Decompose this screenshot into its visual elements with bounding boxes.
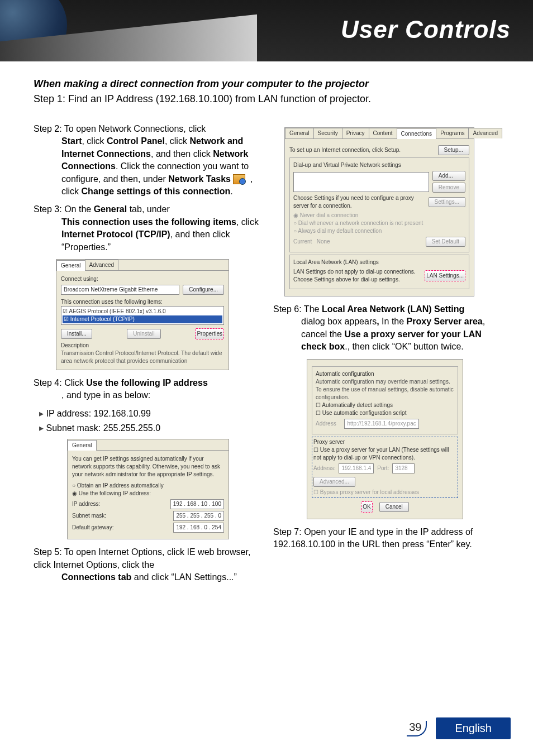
step4-tail: , and type in as below: [61,390,150,400]
t: . [230,186,232,196]
properties-button[interactable]: Properties [195,328,224,339]
uninstall-button[interactable]: Uninstall [127,329,160,339]
language-badge: English [436,717,511,739]
step7-text: Step 7: Open your IE and type in the IP … [273,527,473,549]
check-script[interactable]: Use automatic configuration script [316,409,454,417]
items-listbox[interactable]: AEGIS Protocol (IEEE 802.1x) v3.1.6.0 In… [61,306,224,325]
screenshot-lan-settings: Automatic configuration Automatic config… [307,359,463,519]
kw-use-ip: Use the following IP address [86,378,208,387]
tab-io-programs[interactable]: Programs [436,128,469,138]
step5-tail: and click “LAN Settings...” [131,572,237,582]
t: dialog box appears [301,317,377,326]
two-column-layout: Step 2: To open Network Connections, cli… [34,123,499,590]
step-7: Step 7: Open your IE and type in the IP … [273,526,499,551]
step3-lead: Step 3: On the [34,204,94,214]
check-detect[interactable]: Automatically detect settings [316,401,454,409]
label-connect-using: Connect using: [61,275,224,283]
script-addr-input[interactable]: http://192.168.1.4/proxy.pac [344,419,418,429]
install-button[interactable]: Install... [61,329,92,339]
advanced-button[interactable]: Advanced... [313,477,355,487]
check-use-proxy[interactable]: Use a proxy server for your LAN (These s… [313,446,456,462]
setup-text: To set up an Internet connection, click … [289,146,435,154]
intro-heading: When making a direct connection from you… [34,78,499,90]
input-mask[interactable]: 255 . 255 . 255 . 0 [173,511,224,521]
proxy-port-input[interactable]: 3128 [392,463,415,473]
screenshot-connection-properties: General Advanced Connect using: Broadcom… [56,259,229,370]
radio-use-ip[interactable]: Use the following IP address: [72,490,224,497]
screenshot-tcpip-properties: General You can get IP settings assigned… [67,439,229,539]
right-column: General Security Privacy Content Connect… [273,123,499,590]
step-4: Step 4: Click Use the following IP addre… [34,377,260,402]
kw-start: Start [61,136,82,146]
tab-general-ip[interactable]: General [68,440,97,451]
tab-io-privacy[interactable]: Privacy [342,128,369,138]
remove-button[interactable]: Remove [432,183,465,193]
radio-dial-when[interactable]: Dial whenever a network connection is no… [293,219,465,227]
network-tasks-icon [233,174,245,184]
label-description: Description [61,342,224,350]
t: , click [236,217,259,227]
kw-change-settings: Change settings of this connection [82,186,231,196]
radio-auto-ip[interactable]: Obtain an IP address automatically [72,482,224,490]
kw-control-panel: Control Panel [107,136,165,146]
adapter-field[interactable]: Broadcom NetXtreme Gigabit Etherne [61,285,179,295]
bullet-ip: IP address: 192.168.10.99 [34,408,260,420]
input-ip[interactable]: 192 . 168 . 10 . 100 [170,499,224,509]
step-2: Step 2: To open Network Connections, cli… [34,123,260,198]
script-addr-label: Address [316,420,336,428]
input-gateway[interactable]: 192 . 168 . 0 . 254 [173,523,224,533]
kw-lan-setting: Local Area Network (LAN) Setting [322,304,464,314]
step-5: Step 5: To open Internet Options, click … [34,546,260,583]
kw-conn-items: This connection uses the following items [61,217,236,227]
check-bypass[interactable]: Bypass proxy server for local addresses [313,489,456,496]
tab-advanced[interactable]: Advanced [85,260,118,270]
step4-lead: Step 4: Click [34,378,86,387]
dialup-list[interactable] [293,172,429,192]
label-mask: Subnet mask: [72,512,106,520]
tab-io-content[interactable]: Content [369,128,397,138]
tab-io-general[interactable]: General [285,128,314,138]
lan-text: LAN Settings do not apply to dial-up con… [293,268,421,284]
autoconf-label: Automatic configuration [316,370,454,378]
proxy-addr-input[interactable]: 192.168.1.4 [339,463,374,473]
lan-settings-button[interactable]: LAN Settings... [425,270,465,281]
tab-io-connections[interactable]: Connections [397,128,437,139]
step-3: Step 3: On the General tab, under This c… [34,203,260,253]
content-area: When making a direct connection from you… [0,61,533,590]
item-aegis[interactable]: AEGIS Protocol (IEEE 802.1x) v3.1.6.0 [63,308,222,315]
screenshot-internet-options: General Security Privacy Content Connect… [284,127,474,296]
add-button[interactable]: Add... [432,171,465,181]
step2-text: Step 2: To open Network Connections, cli… [34,124,206,133]
t: tab, under [127,204,170,214]
step6-lead: Step 6: The [273,304,322,314]
set-default-button[interactable]: Set Default [426,237,465,247]
setup-button[interactable]: Setup... [438,145,469,155]
t: , click [165,136,189,146]
lan-group-label: Local Area Network (LAN) settings [293,259,465,266]
step-6: Step 6: The Local Area Network (LAN) Set… [273,303,499,353]
t: , and then click [151,149,213,159]
current-none: None [317,238,330,245]
proxy-port-label: Port: [377,465,389,472]
radio-never-dial[interactable]: Never dial a connection [293,212,465,219]
t: In the [379,317,407,326]
radio-always-dial[interactable]: Always dial my default connection [293,227,465,235]
item-tcpip[interactable]: Internet Protocol (TCP/IP) [63,315,222,323]
choose-text: Choose Settings if you need to configure… [293,194,425,210]
label-gateway: Default gateway: [72,524,114,532]
configure-button[interactable]: Configure... [183,285,224,295]
tab-io-advanced[interactable]: Advanced [468,128,502,138]
current-label: Current [293,238,312,245]
page-footer: 39 English [407,717,511,739]
settings-button[interactable]: Settings... [429,197,465,207]
cancel-button[interactable]: Cancel [379,502,409,512]
page-title: User Controls [341,16,511,44]
t: ., then click “OK” button twice. [345,342,464,351]
tab-io-security[interactable]: Security [313,128,342,138]
bullet-mask: Subnet mask: 255.255.255.0 [34,422,260,434]
proxy-label: Proxy server [313,438,456,446]
label-uses-items: This connection uses the following items… [61,298,224,306]
kw-general: General [94,204,127,214]
tab-general[interactable]: General [56,260,85,271]
ok-button[interactable]: OK [361,501,372,513]
